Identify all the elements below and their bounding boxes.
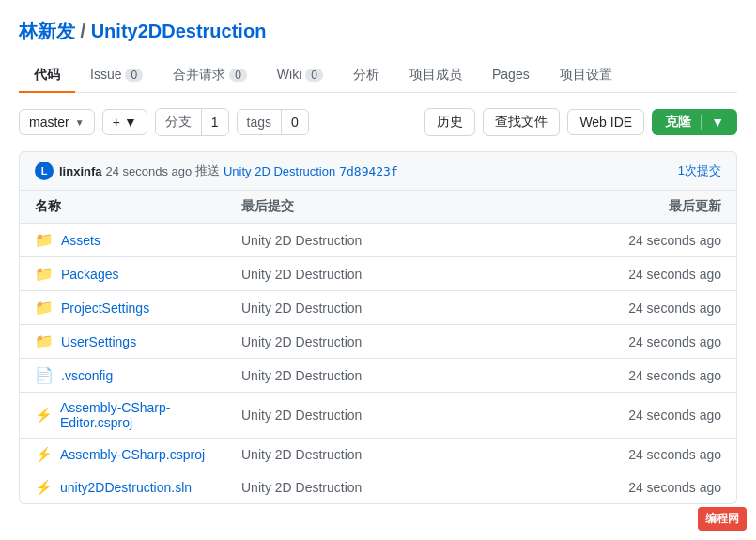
file-commit-cell: Unity 2D Destruction [241,267,571,282]
add-button[interactable]: + ▼ [102,109,147,135]
tab-merge[interactable]: 合并请求0 [158,59,262,93]
commit-hash-link[interactable]: 7d89423f [339,164,398,178]
chevron-down-icon-clone: ▼ [711,115,724,130]
table-row: 📁 Assets Unity 2D Destruction 24 seconds… [20,224,736,257]
history-button[interactable]: 历史 [424,108,475,136]
vs-icon: ⚡ [35,479,53,496]
file-link[interactable]: Packages [61,267,118,282]
commit-info-bar: L linxinfa 24 seconds ago 推送 Unity 2D De… [19,151,737,191]
header-update: 最后更新 [571,198,721,215]
file-name-cell: 📁 UserSettings [35,332,241,350]
clone-label: 克隆 [665,114,691,131]
file-commit-cell: Unity 2D Destruction [241,334,571,349]
table-row: 📁 ProjectSettings Unity 2D Destruction 2… [20,291,736,325]
file-link[interactable]: Assembly-CSharp.csproj [60,447,205,462]
branch-name: master [29,115,69,130]
file-name-cell: ⚡ Assembly-CSharp.csproj [35,446,241,463]
file-commit-cell: Unity 2D Destruction [241,408,571,423]
file-name-cell: 📁 ProjectSettings [35,299,241,316]
branch-stat[interactable]: 分支 1 [155,108,229,136]
header-commit: 最后提交 [241,198,571,215]
file-update-cell: 24 seconds ago [571,408,721,423]
file-name-cell: ⚡ unity2DDestruction.sln [35,479,241,496]
file-update-cell: 24 seconds ago [571,480,721,495]
web-ide-button[interactable]: Web IDE [567,109,644,135]
file-icon: 📄 [35,366,54,384]
file-link[interactable]: Assets [61,233,100,248]
file-commit-cell: Unity 2D Destruction [241,447,571,462]
branch-count: 1 [202,110,228,134]
tags-label: tags [238,110,282,134]
file-name-cell: 📁 Packages [35,265,241,283]
avatar: L [35,162,54,180]
tab-analysis[interactable]: 分析 [338,59,394,93]
file-name-cell: 📄 .vsconfig [35,366,241,384]
header-name: 名称 [35,198,241,215]
tab-badge-merge: 0 [229,69,247,82]
file-commit-cell: Unity 2D Destruction [241,301,571,316]
tab-badge-issue: 0 [125,69,143,82]
file-link[interactable]: unity2DDestruction.sln [60,480,192,495]
table-row: ⚡ Assembly-CSharp.csproj Unity 2D Destru… [20,439,736,471]
folder-icon: 📁 [35,299,54,316]
commit-message-link[interactable]: Unity 2D Destruction [224,164,335,178]
repo-link[interactable]: Unity2DDestruction [91,21,267,41]
watermark: 编程网 [698,507,747,523]
table-row: ⚡ unity2DDestruction.sln Unity 2D Destru… [20,471,736,503]
file-update-cell: 24 seconds ago [571,233,721,248]
tab-badge-wiki: 0 [305,69,323,82]
folder-icon: 📁 [35,332,54,350]
clone-button[interactable]: 克隆 ▼ [652,109,737,135]
file-update-cell: 24 seconds ago [571,334,721,349]
table-row: 📄 .vsconfig Unity 2D Destruction 24 seco… [20,359,736,393]
owner-link[interactable]: 林新发 [19,21,75,41]
tab-issue[interactable]: Issue0 [75,59,158,93]
file-link[interactable]: ProjectSettings [61,301,149,316]
tab-code[interactable]: 代码 [19,59,75,93]
plus-icon: + [113,115,120,130]
file-update-cell: 24 seconds ago [571,368,721,383]
commit-username: linxinfa [59,164,102,178]
file-table: 名称 最后提交 最后更新 📁 Assets Unity 2D Destructi… [19,191,737,504]
table-row: ⚡ Assembly-CSharp-Editor.csproj Unity 2D… [20,393,736,439]
branch-selector[interactable]: master ▼ [19,109,95,135]
tags-stat[interactable]: tags 0 [237,109,309,135]
commit-message: Unity 2D Destruction [224,164,335,178]
table-row: 📁 Packages Unity 2D Destruction 24 secon… [20,257,736,291]
file-link[interactable]: .vsconfig [61,368,113,383]
commit-count-link[interactable]: 1次提交 [678,162,721,179]
chevron-down-icon-add: ▼ [124,115,137,130]
file-link[interactable]: UserSettings [61,334,136,349]
file-update-cell: 24 seconds ago [571,447,721,462]
table-row: 📁 UserSettings Unity 2D Destruction 24 s… [20,325,736,359]
tags-count: 0 [282,110,308,134]
folder-icon: 📁 [35,231,54,249]
chevron-down-icon: ▼ [75,117,85,128]
tab-bar: 代码Issue0合并请求0Wiki0分析项目成员Pages项目设置 [19,59,737,93]
branch-label: 分支 [156,109,202,135]
vs-icon: ⚡ [35,407,53,424]
file-commit-cell: Unity 2D Destruction [241,368,571,383]
page-title: 林新发 / Unity2DDestruction [19,19,737,44]
file-link[interactable]: Assembly-CSharp-Editor.csproj [60,400,241,430]
toolbar: master ▼ + ▼ 分支 1 tags 0 历史 查找文件 Web IDE… [19,108,737,136]
file-commit-cell: Unity 2D Destruction [241,233,571,248]
folder-icon: 📁 [35,265,54,283]
vs-icon: ⚡ [35,446,53,463]
file-commit-cell: Unity 2D Destruction [241,480,571,495]
file-table-header: 名称 最后提交 最后更新 [20,191,736,224]
file-name-cell: 📁 Assets [35,231,241,249]
tab-wiki[interactable]: Wiki0 [262,59,338,93]
file-update-cell: 24 seconds ago [571,301,721,316]
commit-action-label: 推送 [195,162,220,179]
find-file-button[interactable]: 查找文件 [483,108,560,136]
file-name-cell: ⚡ Assembly-CSharp-Editor.csproj [35,400,241,430]
tab-settings[interactable]: 项目设置 [545,59,627,93]
tab-pages[interactable]: Pages [477,59,545,93]
tab-members[interactable]: 项目成员 [394,59,477,93]
clone-separator [701,115,702,130]
commit-time: 24 seconds ago [106,164,193,178]
file-update-cell: 24 seconds ago [571,267,721,282]
